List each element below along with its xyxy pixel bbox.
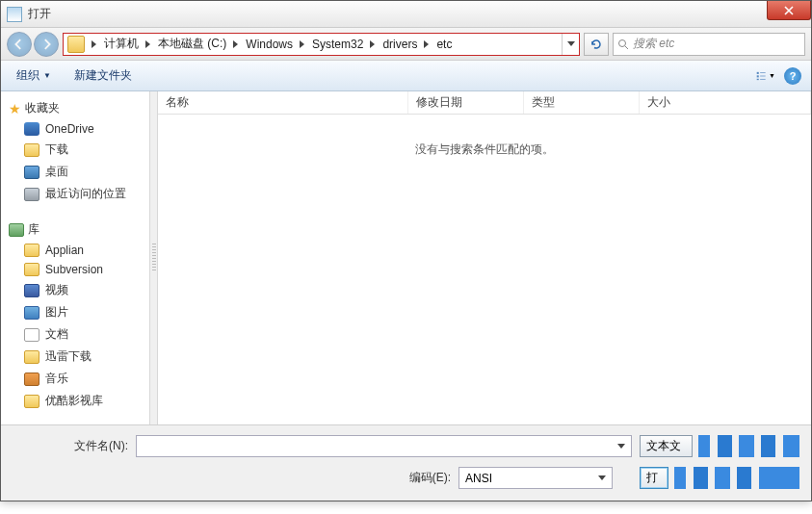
column-headers: 名称 修改日期 类型 大小 [158, 91, 811, 115]
sidebar-item-music[interactable]: 音乐 [1, 368, 149, 390]
column-modified[interactable]: 修改日期 [408, 91, 524, 114]
breadcrumb-etc[interactable]: etc [431, 34, 456, 55]
breadcrumb-drive[interactable]: 本地磁盘 (C:) [152, 34, 230, 55]
sidebar-item-downloads[interactable]: 下载 [1, 139, 149, 161]
bottom-panel: 文件名(N): 文本文 编码(E): ANSI 打 [1, 424, 811, 501]
cloud-icon [24, 122, 39, 136]
new-folder-button[interactable]: 新建文件夹 [66, 64, 140, 87]
breadcrumb-separator [297, 40, 306, 48]
encoding-label: 编码(E): [409, 470, 451, 486]
sidebar-item-videos[interactable]: 视频 [1, 279, 149, 301]
breadcrumb-separator [89, 40, 98, 48]
sidebar-item-pictures[interactable]: 图片 [1, 301, 149, 323]
address-dropdown[interactable] [562, 34, 579, 55]
filename-label: 文件名(N): [13, 438, 128, 454]
help-icon: ? [784, 67, 801, 85]
sidebar-item-xunlei[interactable]: 迅雷下载 [1, 346, 149, 368]
window-title: 打开 [28, 6, 51, 22]
arrow-left-icon [13, 39, 25, 50]
recent-icon [24, 188, 39, 201]
sidebar-item-recent[interactable]: 最近访问的位置 [1, 183, 149, 205]
music-icon [24, 373, 39, 386]
sidebar-item-onedrive[interactable]: OneDrive [1, 119, 149, 139]
sidebar-item-youku[interactable]: 优酷影视库 [1, 390, 149, 412]
breadcrumb-computer[interactable]: 计算机 [98, 34, 143, 55]
sidebar-item-documents[interactable]: 文档 [1, 323, 149, 346]
toolbar: 组织 ▼ 新建文件夹 ▼ ? [1, 61, 811, 91]
picture-icon [24, 306, 39, 320]
encoding-row: 编码(E): ANSI 打 [13, 467, 799, 489]
open-button[interactable]: 打 [640, 467, 668, 489]
empty-message: 没有与搜索条件匹配的项。 [415, 141, 554, 158]
obscured-region [698, 435, 799, 457]
refresh-button[interactable] [584, 33, 609, 56]
search-input[interactable]: 搜索 etc [613, 33, 805, 56]
nav-row: 计算机 本地磁盘 (C:) Windows System32 drivers e… [1, 28, 811, 61]
star-icon: ★ [9, 101, 21, 116]
favorites-group: ★ 收藏夹 OneDrive 下载 桌面 最近访问的位置 [1, 97, 149, 205]
folder-icon [24, 395, 39, 408]
svg-rect-2 [757, 71, 759, 73]
notepad-icon [7, 7, 22, 22]
help-button[interactable]: ? [782, 65, 803, 87]
folder-icon [24, 350, 39, 364]
folder-icon [67, 36, 85, 53]
sidebar-item-applian[interactable]: Applian [1, 241, 149, 260]
close-icon [784, 6, 794, 15]
filename-row: 文件名(N): 文本文 [13, 435, 799, 457]
breadcrumb-separator [367, 40, 377, 48]
forward-button[interactable] [34, 32, 59, 57]
chevron-down-icon: ▼ [43, 71, 51, 80]
library-icon [9, 223, 24, 237]
column-size[interactable]: 大小 [640, 91, 811, 114]
breadcrumb-separator [230, 40, 240, 48]
address-bar[interactable]: 计算机 本地磁盘 (C:) Windows System32 drivers e… [63, 33, 580, 56]
back-button[interactable] [7, 32, 32, 57]
view-options-button[interactable]: ▼ [755, 65, 776, 87]
refresh-icon [589, 38, 603, 51]
breadcrumb-system32[interactable]: System32 [306, 34, 367, 55]
search-icon [617, 39, 629, 50]
sidebar-item-subversion[interactable]: Subversion [1, 260, 149, 279]
arrow-right-icon [40, 39, 52, 50]
favorites-header[interactable]: ★ 收藏夹 [1, 97, 149, 119]
sidebar-item-desktop[interactable]: 桌面 [1, 161, 149, 183]
organize-button[interactable]: 组织 ▼ [9, 64, 59, 87]
sidebar: ★ 收藏夹 OneDrive 下载 桌面 最近访问的位置 库 Applian S… [1, 91, 150, 424]
close-button[interactable] [767, 1, 811, 20]
splitter[interactable] [150, 91, 158, 424]
libraries-group: 库 Applian Subversion 视频 图片 文档 迅雷下载 音乐 优酷… [1, 218, 149, 412]
column-name[interactable]: 名称 [158, 91, 408, 114]
document-icon [24, 328, 39, 342]
libraries-header[interactable]: 库 [1, 218, 149, 241]
breadcrumb-separator [421, 40, 431, 48]
obscured-region [674, 467, 799, 489]
content-area: 名称 修改日期 类型 大小 没有与搜索条件匹配的项。 [158, 91, 811, 424]
list-view-icon [756, 69, 767, 83]
encoding-select[interactable]: ANSI [458, 467, 613, 489]
main-area: ★ 收藏夹 OneDrive 下载 桌面 最近访问的位置 库 Applian S… [1, 91, 811, 424]
chevron-down-icon: ▼ [769, 72, 775, 79]
chevron-down-icon [598, 475, 606, 480]
folder-icon [24, 143, 39, 157]
svg-rect-3 [757, 75, 759, 77]
folder-icon [24, 244, 39, 257]
titlebar: 打开 [1, 1, 811, 28]
breadcrumb-drivers[interactable]: drivers [377, 34, 421, 55]
folder-icon [24, 263, 39, 276]
chevron-down-icon [617, 444, 625, 449]
breadcrumb-windows[interactable]: Windows [240, 34, 297, 55]
filename-input[interactable] [136, 435, 632, 457]
file-list[interactable]: 没有与搜索条件匹配的项。 [158, 115, 811, 424]
filetype-select[interactable]: 文本文 [640, 435, 693, 457]
open-dialog: 打开 计算机 本地磁盘 (C:) Windows System32 driver… [0, 0, 812, 501]
svg-rect-4 [757, 78, 759, 79]
video-icon [24, 284, 39, 297]
svg-line-1 [625, 46, 628, 49]
breadcrumb-separator [143, 40, 152, 48]
desktop-icon [24, 166, 39, 179]
column-type[interactable]: 类型 [524, 91, 640, 114]
nav-arrows [7, 32, 59, 57]
search-placeholder: 搜索 etc [633, 36, 674, 52]
svg-point-0 [619, 39, 626, 46]
